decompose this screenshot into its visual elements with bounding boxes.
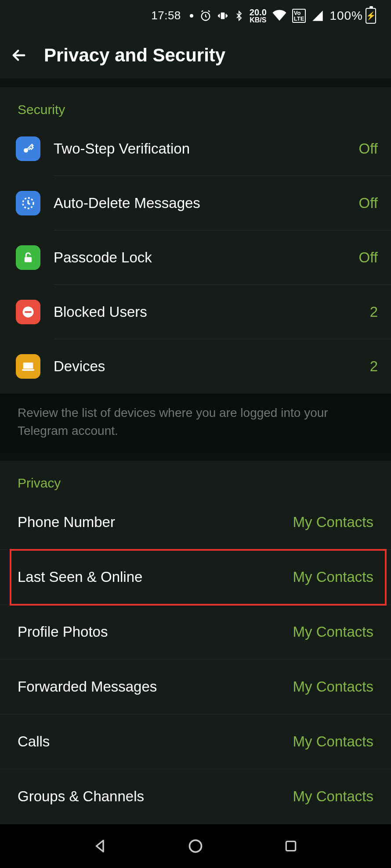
auto-delete-item[interactable]: Auto-Delete Messages Off [0,176,391,230]
calls-value: My Contacts [293,733,373,750]
calls-label: Calls [18,733,50,750]
phone-number-item[interactable]: Phone Number My Contacts [0,495,391,550]
security-section: Security Two-Step Verification Off Auto-… [0,87,391,394]
nav-home-button[interactable] [185,836,206,856]
signal-icon [311,10,324,22]
profile-photos-label: Profile Photos [18,624,108,640]
data-rate-number: 20.0 [250,8,267,17]
status-icons: 20.0 KB/S VoLTE 100% ⚡ [199,8,376,24]
data-rate: 20.0 KB/S [250,8,267,24]
groups-value: My Contacts [293,788,373,805]
lock-icon [16,245,40,270]
status-bar: 17:58 20.0 KB/S VoLTE 10 [0,0,391,32]
two-step-value: Off [359,140,378,157]
blocked-users-item[interactable]: Blocked Users 2 [0,285,391,339]
svg-rect-8 [22,369,34,371]
blocked-label: Blocked Users [54,304,370,320]
two-step-label: Two-Step Verification [54,140,359,157]
devices-label: Devices [54,358,370,375]
security-section-title: Security [0,87,391,122]
devices-icon [16,354,40,379]
svg-rect-6 [25,311,32,313]
vibrate-icon [217,10,228,22]
devices-note: Review the list of devices where you are… [0,394,391,452]
svg-rect-10 [286,842,295,851]
passcode-lock-item[interactable]: Passcode Lock Off [0,230,391,285]
bluetooth-icon [234,9,244,22]
timer-icon [16,191,40,215]
last-seen-label: Last Seen & Online [18,569,142,585]
nav-back-button[interactable] [90,836,110,856]
devices-item[interactable]: Devices 2 [0,339,391,394]
phone-number-label: Phone Number [18,514,115,531]
groups-item[interactable]: Groups & Channels My Contacts [0,769,391,824]
key-icon [16,136,40,161]
last-seen-item[interactable]: Last Seen & Online My Contacts [0,550,391,605]
svg-point-9 [189,840,201,852]
status-time: 17:58 [151,9,181,22]
passcode-label: Passcode Lock [54,249,359,266]
passcode-value: Off [359,249,378,266]
nav-recent-button[interactable] [281,836,301,856]
battery-icon: ⚡ [366,8,376,24]
profile-photos-item[interactable]: Profile Photos My Contacts [0,605,391,660]
auto-delete-label: Auto-Delete Messages [54,195,359,212]
android-nav-bar [0,824,391,868]
calls-item[interactable]: Calls My Contacts [0,714,391,769]
back-arrow-icon[interactable] [10,46,28,65]
alarm-icon [199,10,212,22]
wifi-icon [272,9,287,22]
blocked-value: 2 [370,304,378,320]
groups-label: Groups & Channels [18,788,144,805]
two-step-verification-item[interactable]: Two-Step Verification Off [0,122,391,176]
volte-icon: VoLTE [292,9,306,23]
svg-rect-4 [25,257,32,262]
privacy-section: Privacy Phone Number My Contacts Last Se… [0,461,391,824]
forwarded-item[interactable]: Forwarded Messages My Contacts [0,660,391,714]
status-dot-icon [190,14,193,18]
auto-delete-value: Off [359,195,378,212]
data-rate-unit: KB/S [250,17,266,24]
last-seen-value: My Contacts [293,569,373,585]
phone-number-value: My Contacts [293,514,373,531]
profile-photos-value: My Contacts [293,624,373,640]
app-header: Privacy and Security [0,32,391,79]
blocked-icon [16,300,40,324]
svg-rect-1 [221,12,225,19]
battery-percent: 100% [329,9,363,23]
devices-value: 2 [370,358,378,375]
svg-rect-7 [23,363,33,369]
page-title: Privacy and Security [44,45,225,66]
forwarded-label: Forwarded Messages [18,678,157,695]
forwarded-value: My Contacts [293,678,373,695]
privacy-section-title: Privacy [0,461,391,495]
